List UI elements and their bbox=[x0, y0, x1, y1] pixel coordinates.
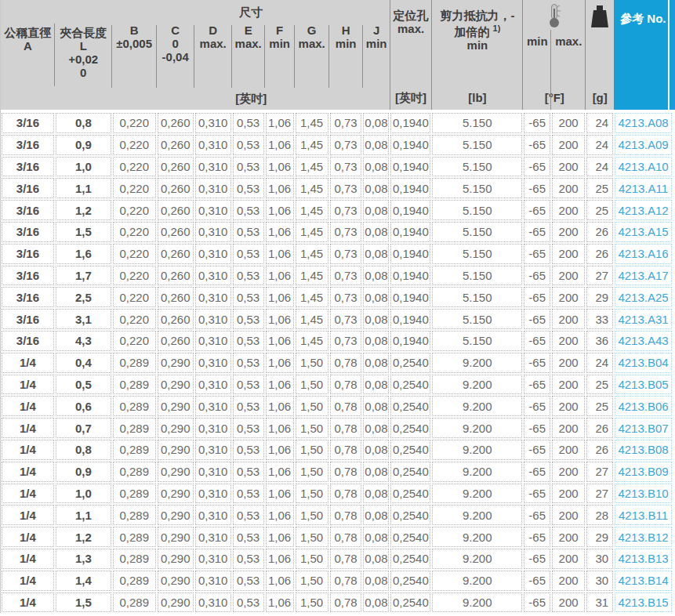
data-cell: 200 bbox=[551, 112, 586, 134]
data-cell: 0,78 bbox=[329, 352, 363, 374]
data-cell: 0,53 bbox=[232, 374, 265, 396]
data-cell: 0,220 bbox=[112, 134, 157, 156]
ref-cell: 4213.B04 bbox=[614, 352, 675, 374]
ref-cell: 4213.A43 bbox=[614, 330, 675, 352]
ref-link[interactable]: 4213.B12 bbox=[618, 531, 668, 544]
ref-link[interactable]: 4213.B13 bbox=[618, 552, 668, 565]
data-cell: 1,06 bbox=[265, 548, 295, 570]
table-row: 3/163,10,2200,2600,3100,531,061,450,730,… bbox=[1, 308, 675, 330]
data-cell: 0,1940 bbox=[390, 330, 431, 352]
ref-link[interactable]: 4213.B05 bbox=[618, 378, 668, 391]
data-cell: 33 bbox=[586, 308, 614, 330]
ref-cell: 4213.A11 bbox=[614, 177, 675, 199]
data-cell: 0,310 bbox=[194, 308, 232, 330]
ref-link[interactable]: 4213.B10 bbox=[618, 487, 668, 500]
data-cell: 200 bbox=[551, 526, 586, 548]
data-cell: 1,45 bbox=[295, 286, 329, 308]
data-cell: 27 bbox=[586, 265, 614, 287]
data-cell: 0,289 bbox=[112, 395, 157, 417]
data-cell: 1,06 bbox=[265, 156, 295, 178]
ref-link[interactable]: 4213.B04 bbox=[618, 356, 668, 369]
ref-cell: 4213.B07 bbox=[614, 417, 675, 439]
table-row: 3/161,70,2200,2600,3100,531,061,450,730,… bbox=[1, 265, 675, 287]
ref-link[interactable]: 4213.B11 bbox=[619, 509, 668, 522]
ref-link[interactable]: 4213.A17 bbox=[618, 269, 668, 282]
data-cell: 0,260 bbox=[157, 265, 194, 287]
data-cell: 0,8 bbox=[55, 112, 112, 134]
ref-link[interactable]: 4213.A31 bbox=[618, 313, 668, 326]
data-cell: 0,310 bbox=[194, 352, 232, 374]
data-cell: 27 bbox=[586, 483, 614, 505]
data-cell: 1,50 bbox=[295, 526, 329, 548]
data-cell: 0,08 bbox=[362, 395, 390, 417]
ref-cell: 4213.B09 bbox=[614, 461, 675, 483]
data-cell: 0,290 bbox=[157, 504, 194, 526]
col-header-weight: [g] bbox=[586, 0, 614, 110]
data-cell: 0,73 bbox=[329, 330, 363, 352]
data-cell: 0,78 bbox=[329, 417, 363, 439]
data-cell: 1,50 bbox=[295, 417, 329, 439]
ref-link[interactable]: 4213.B14 bbox=[618, 574, 668, 587]
data-cell: 9.200 bbox=[431, 526, 523, 548]
ref-link[interactable]: 4213.A09 bbox=[618, 138, 668, 151]
ref-link[interactable]: 4213.A16 bbox=[618, 247, 668, 260]
data-cell: 0,220 bbox=[112, 177, 157, 199]
ref-link[interactable]: 4213.B09 bbox=[618, 465, 668, 478]
data-cell: -65 bbox=[523, 308, 551, 330]
data-cell: 0,53 bbox=[232, 592, 265, 614]
data-cell: 1,06 bbox=[265, 526, 295, 548]
data-cell: 0,73 bbox=[329, 286, 363, 308]
data-cell: -65 bbox=[523, 286, 551, 308]
ref-link[interactable]: 4213.A15 bbox=[618, 225, 668, 238]
data-cell: 200 bbox=[551, 592, 586, 614]
col-header-diameter-label: 公稱直徑 bbox=[4, 26, 51, 39]
data-cell: 0,289 bbox=[112, 504, 157, 526]
data-cell: 200 bbox=[551, 439, 586, 461]
thermometer-icon bbox=[546, 3, 563, 31]
data-cell: 1,06 bbox=[265, 199, 295, 221]
col-header-C: C 0 -0,04 bbox=[157, 24, 194, 86]
data-cell: 0,260 bbox=[157, 286, 194, 308]
table-row: 1/41,10,2890,2900,3100,531,061,500,780,0… bbox=[1, 504, 675, 526]
data-cell: 0,08 bbox=[362, 330, 390, 352]
ref-link[interactable]: 4213.A25 bbox=[618, 291, 668, 304]
data-cell: 1,3 bbox=[55, 548, 112, 570]
ref-link[interactable]: 4213.B08 bbox=[618, 443, 668, 456]
data-cell: 200 bbox=[551, 504, 586, 526]
data-cell: 0,290 bbox=[157, 395, 194, 417]
ref-link[interactable]: 4213.B06 bbox=[618, 400, 668, 413]
col-header-diameter: 公稱直徑 A bbox=[1, 0, 55, 110]
data-cell: -65 bbox=[523, 330, 551, 352]
data-cell: 3/16 bbox=[1, 112, 55, 134]
data-cell: 1,06 bbox=[265, 308, 295, 330]
data-cell: 0,310 bbox=[194, 504, 232, 526]
ref-link[interactable]: 4213.A12 bbox=[618, 204, 668, 217]
data-cell: 0,290 bbox=[157, 352, 194, 374]
table-row: 3/161,60,2200,2600,3100,531,061,450,730,… bbox=[1, 243, 675, 265]
data-cell: 3/16 bbox=[1, 134, 55, 156]
data-cell: 0,73 bbox=[329, 221, 363, 243]
ref-link[interactable]: 4213.A43 bbox=[618, 334, 668, 347]
data-cell: 1,45 bbox=[295, 221, 329, 243]
data-cell: 0,310 bbox=[194, 199, 232, 221]
ref-link[interactable]: 4213.B07 bbox=[618, 422, 668, 435]
data-cell: 0,2540 bbox=[390, 592, 431, 614]
data-cell: 0,7 bbox=[55, 417, 112, 439]
data-cell: 0,310 bbox=[194, 439, 232, 461]
ref-link[interactable]: 4213.A08 bbox=[618, 116, 668, 129]
data-cell: 0,08 bbox=[362, 352, 390, 374]
data-cell: 1/4 bbox=[1, 483, 55, 505]
data-cell: 5.150 bbox=[431, 265, 523, 287]
ref-cell: 4213.B15 bbox=[614, 592, 675, 614]
ref-link[interactable]: 4213.A11 bbox=[619, 182, 668, 195]
data-cell: 0,73 bbox=[329, 156, 363, 178]
data-cell: 0,310 bbox=[194, 395, 232, 417]
data-cell: 1/4 bbox=[1, 504, 55, 526]
data-cell: 1/4 bbox=[1, 395, 55, 417]
ref-link[interactable]: 4213.A10 bbox=[618, 160, 668, 173]
data-cell: 200 bbox=[551, 483, 586, 505]
ref-link[interactable]: 4213.B15 bbox=[618, 596, 668, 609]
data-cell: 0,08 bbox=[362, 374, 390, 396]
data-cell: 0,289 bbox=[112, 592, 157, 614]
data-cell: 1,06 bbox=[265, 330, 295, 352]
